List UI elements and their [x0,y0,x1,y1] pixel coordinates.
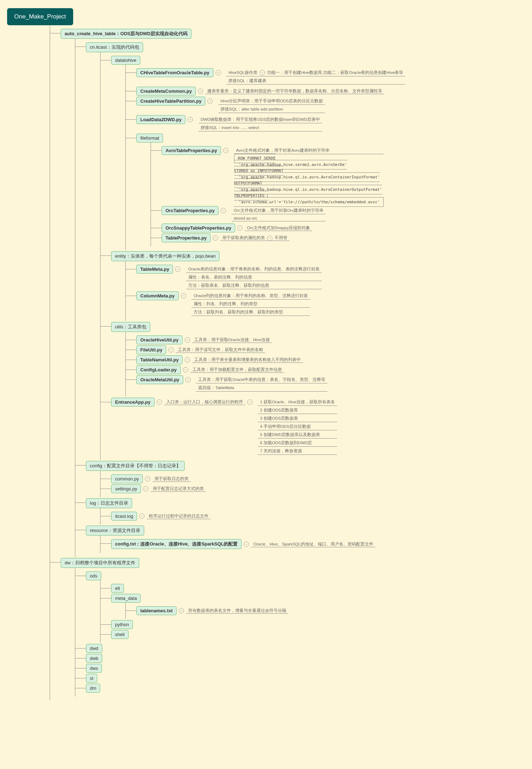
entranceapp-py[interactable]: EntranceApp.py [111,398,154,407]
cn-itcast[interactable]: cn.itcast：实现的代码包 [86,42,143,52]
itcast-log[interactable]: itcast.log [111,512,137,521]
tablemeta-py[interactable]: TableMeta.py [136,265,173,274]
collapse-icon[interactable]: − [168,347,174,353]
chive-py[interactable]: CHiveTableFromOracleTable.py [136,68,213,77]
oraclehiveutil-py[interactable]: OracleHiveUtil.py [136,335,183,344]
config-dir[interactable]: config：配置文件目录【不用管：日志记录】 [86,461,185,471]
metadata-dir[interactable]: meta_data [111,594,141,603]
datatohive[interactable]: datatohive [111,56,140,65]
collapse-icon[interactable]: − [185,377,191,382]
collapse-icon[interactable]: − [181,293,186,299]
tablenames-txt[interactable]: tablenames.txt [136,606,177,615]
dws-dir[interactable]: dws [86,664,102,673]
collapse-icon[interactable]: − [207,98,213,104]
configloader-py[interactable]: ConfigLoader.py [136,365,181,374]
columnmeta-py[interactable]: ColumnMeta.py [136,291,179,300]
oraclemetautil-py[interactable]: OracleMetaUtil.py [136,375,183,384]
collapse-icon[interactable]: − [244,542,249,547]
collapse-icon[interactable]: − [145,476,150,482]
collapse-icon[interactable]: − [179,608,184,613]
collapse-icon[interactable]: − [183,367,188,372]
shell-dir[interactable]: shell [111,630,129,639]
collapse-icon[interactable]: − [185,357,190,362]
dwd-dir[interactable]: dwd [86,644,102,653]
avro-py[interactable]: AvroTableProperties.py [162,146,221,155]
log-dir[interactable]: log：日志文件目录 [86,498,132,508]
collapse-icon[interactable]: − [157,399,162,405]
st-dir[interactable]: st [86,674,97,683]
ods-dir[interactable]: ods [86,571,101,580]
python-dir[interactable]: python [111,620,133,629]
collapse-icon[interactable]: − [213,235,218,241]
fileformat[interactable]: fileformat [136,134,163,142]
orc-py[interactable]: OrcTableProperties.py [162,206,218,215]
collapse-icon[interactable]: − [185,337,190,343]
config-txt[interactable]: config.txt：连接Oracle、连接Hive、连接SparkSQL的配置 [111,539,241,549]
dw-dir[interactable]: dw：归档整个项目中所有程序文件 [61,558,139,568]
root-node[interactable]: One_Make_Project [7,8,73,25]
orcsnappy-py[interactable]: OrcSnappyTableProperties.py [162,224,235,232]
fileutil-py[interactable]: FileUtil.py [136,345,166,354]
tablenameutil-py[interactable]: TableNameUtil.py [136,355,183,364]
collapse-icon[interactable]: − [221,208,226,213]
settings-py[interactable]: settings.py [111,484,141,493]
collapse-icon[interactable]: − [188,117,193,122]
loaddata2dwd-py[interactable]: LoadData2DWD.py [136,115,185,124]
collapse-icon[interactable]: − [267,236,272,241]
utils[interactable]: utils：工具类包 [111,322,150,332]
collapse-icon[interactable]: − [198,88,203,94]
createhivetablepartition-py[interactable]: CreateHiveTablePartition.py [136,97,205,106]
entity[interactable]: entity：实体类，每个类代表一种实体，pojo,bean [111,251,219,261]
resource-dir[interactable]: resource：资源文件目录 [86,526,144,536]
collapse-icon[interactable]: − [237,225,243,231]
dwb-dir[interactable]: dwb [86,654,102,663]
dm-dir[interactable]: dm [86,684,100,693]
common-py[interactable]: common.py [111,474,143,483]
collapse-icon[interactable]: − [216,70,221,75]
collapse-icon[interactable]: − [143,486,148,491]
createmetacommon-py[interactable]: CreateMetaCommon.py [136,87,196,96]
collapse-icon[interactable]: − [139,513,145,519]
collapse-icon[interactable]: − [175,267,180,272]
collapse-icon[interactable]: − [247,399,253,405]
collapse-icon[interactable]: − [223,148,228,153]
collapse-icon[interactable]: − [260,70,265,75]
tableprop-py[interactable]: TableProperties.py [162,233,211,242]
etl-dir[interactable]: etl [111,584,124,593]
auto-create-hive-table[interactable]: auto_create_hive_table：ODS层与DWD层实现自动化代码 [61,29,191,39]
